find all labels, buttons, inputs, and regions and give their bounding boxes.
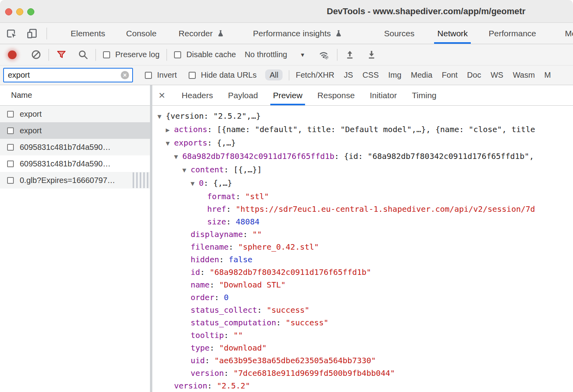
preserve-log-checkbox[interactable] xyxy=(103,51,110,58)
tab-label: Headers xyxy=(182,91,213,100)
filter-type-img[interactable]: Img xyxy=(388,71,401,80)
invert-checkbox[interactable] xyxy=(145,72,152,79)
tree-expand-icon[interactable]: ▼ xyxy=(174,151,182,163)
tab-initiator[interactable]: Initiator xyxy=(370,85,397,105)
tree-row: tooltip: "" xyxy=(152,329,573,342)
json-preview-tree: ▼{version: "2.5.2",…}▶actions: [{name: "… xyxy=(152,106,573,392)
filter-type-font[interactable]: Font xyxy=(442,71,458,80)
tree-expand-icon[interactable]: ▶ xyxy=(166,124,174,136)
tab-sources[interactable]: Sources xyxy=(384,23,414,44)
tab-response[interactable]: Response xyxy=(317,85,355,105)
tree-row[interactable]: ▼exports: {,…} xyxy=(152,136,573,150)
tree-row[interactable]: ▼content: [{,…}] xyxy=(152,163,573,177)
requests-list: exportexport6095831c481b7d4a590…6095831c… xyxy=(0,106,150,189)
tab-network[interactable]: Network xyxy=(437,23,468,44)
tree-expand-icon[interactable]: ▼ xyxy=(182,164,191,177)
json-value-string: "stl" xyxy=(245,192,269,201)
tab-elements[interactable]: Elements xyxy=(71,23,105,44)
resource-type-filters: Fetch/XHRJSCSSImgMediaFontDocWSWasmM xyxy=(296,71,551,80)
tree-expand-icon[interactable]: ▼ xyxy=(157,110,166,123)
tree-row[interactable]: ▼68a982db7f80342c0911d176f65ffd1b: {id: … xyxy=(152,150,573,163)
filter-type-m[interactable]: M xyxy=(544,71,551,80)
filter-type-js[interactable]: JS xyxy=(344,71,353,80)
json-plain-text: : xyxy=(243,230,252,239)
filter-icon[interactable] xyxy=(56,49,67,60)
json-plain-text: : xyxy=(207,381,217,390)
tab-preview[interactable]: Preview xyxy=(273,85,303,105)
tab-payload[interactable]: Payload xyxy=(228,85,258,105)
record-network-log-button[interactable] xyxy=(8,50,17,59)
tab-timing[interactable]: Timing xyxy=(412,85,436,105)
table-row[interactable]: 6095831c481b7d4a590… xyxy=(0,139,150,155)
tree-row: status_collect: "success" xyxy=(152,304,573,316)
filter-type-ws[interactable]: WS xyxy=(491,71,503,80)
import-har-icon[interactable] xyxy=(345,49,355,60)
invert-label: Invert xyxy=(157,71,177,80)
filter-type-css[interactable]: CSS xyxy=(363,71,379,80)
flask-icon xyxy=(216,29,225,38)
clear-filter-icon[interactable]: × xyxy=(121,71,129,79)
json-plain-text: : {,…} xyxy=(204,178,232,188)
json-plain-text: : xyxy=(219,255,228,264)
tree-row[interactable]: ▶actions: [{name: "default", title: "Def… xyxy=(152,123,573,136)
tree-row: version: "7dce6818e911d9699fd500b9fb4bb0… xyxy=(152,367,573,379)
json-plain-text: : xyxy=(224,368,233,378)
network-content: Name exportexport6095831c481b7d4a590…609… xyxy=(0,85,573,392)
tree-row[interactable]: ▼{version: "2.5.2",…} xyxy=(152,110,573,123)
maximize-window-button[interactable] xyxy=(27,8,34,15)
network-conditions-icon[interactable] xyxy=(317,49,330,60)
throttling-dropdown[interactable]: No throttling xyxy=(245,50,287,59)
tab-performance-insights[interactable]: Performance insights xyxy=(253,23,343,44)
name-column-header[interactable]: Name xyxy=(0,85,150,106)
filter-type-all[interactable]: All xyxy=(265,69,283,80)
tree-expand-icon[interactable]: ▼ xyxy=(166,137,174,150)
hide-data-urls-checkbox[interactable] xyxy=(189,72,196,79)
export-har-icon[interactable] xyxy=(366,49,377,60)
tree-row: displayname: "" xyxy=(152,228,573,241)
request-checkbox[interactable] xyxy=(7,144,14,151)
tree-row[interactable]: ▼0: {,…} xyxy=(152,177,573,190)
clear-network-log-icon[interactable] xyxy=(31,49,41,60)
request-checkbox[interactable] xyxy=(7,161,14,167)
close-window-button[interactable] xyxy=(5,8,12,15)
close-detail-icon[interactable]: × xyxy=(159,85,165,105)
json-key: displayname xyxy=(191,230,243,239)
resize-grip-icon[interactable] xyxy=(133,172,148,188)
tab-label: Response xyxy=(317,91,355,100)
chevron-down-icon[interactable]: ▼ xyxy=(300,52,305,58)
json-key: exports xyxy=(174,138,207,147)
tree-row: status_computation: "success" xyxy=(152,316,573,329)
tree-expand-icon[interactable]: ▼ xyxy=(191,177,199,190)
network-filter-input[interactable] xyxy=(8,71,121,80)
filter-type-fetch-xhr[interactable]: Fetch/XHR xyxy=(296,71,334,80)
table-row[interactable]: export xyxy=(0,122,150,139)
tab-console[interactable]: Console xyxy=(126,23,157,44)
table-row[interactable]: 6095831c481b7d4a590… xyxy=(0,155,150,172)
tab-me[interactable]: Me xyxy=(565,23,573,44)
request-name: 6095831c481b7d4a590… xyxy=(20,159,110,168)
json-key: type xyxy=(191,343,210,353)
json-value-string: "68a982db7f80342c0911d176f65ffd1b" xyxy=(210,267,371,277)
json-key: filename xyxy=(191,242,228,252)
tab-recorder[interactable]: Recorder xyxy=(179,23,225,44)
request-checkbox[interactable] xyxy=(7,177,14,184)
device-toolbar-icon[interactable] xyxy=(26,28,38,39)
tab-performance[interactable]: Performance xyxy=(489,23,536,44)
json-key: 68a982db7f80342c0911d176f65ffd1b xyxy=(182,151,334,161)
table-row[interactable]: export xyxy=(0,106,150,122)
filter-type-doc[interactable]: Doc xyxy=(467,71,481,80)
tab-headers[interactable]: Headers xyxy=(182,85,213,105)
search-icon[interactable] xyxy=(78,49,88,60)
tab-label: Me xyxy=(565,29,573,38)
tree-row: name: "Download STL" xyxy=(152,278,573,291)
request-checkbox[interactable] xyxy=(7,127,14,134)
minimize-window-button[interactable] xyxy=(16,8,23,15)
tab-label: Initiator xyxy=(370,91,397,100)
inspect-element-icon[interactable] xyxy=(6,28,17,39)
request-checkbox[interactable] xyxy=(7,111,14,118)
filter-type-media[interactable]: Media xyxy=(411,71,432,80)
filter-type-wasm[interactable]: Wasm xyxy=(513,71,535,80)
disable-cache-checkbox[interactable] xyxy=(174,51,181,58)
traffic-lights xyxy=(5,8,34,15)
table-row[interactable]: 0.glb?Expires=16660797… xyxy=(0,172,150,189)
